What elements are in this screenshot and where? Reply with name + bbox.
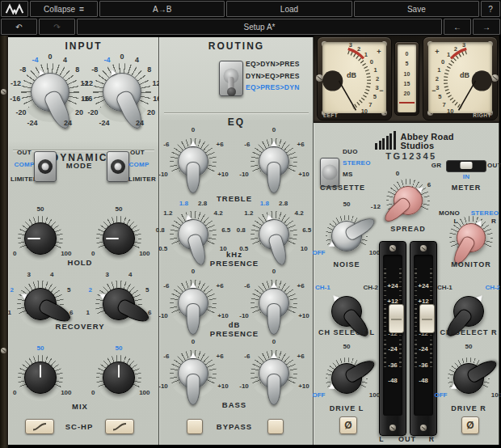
scale-label: 5 — [373, 92, 377, 99]
collapse-icon: = — [79, 5, 84, 14]
scale-label: 15 — [404, 81, 410, 87]
scale-label: 5 — [67, 286, 70, 294]
scale-label: 6 — [69, 309, 73, 316]
drive-right-knob[interactable]: OFF50100 — [435, 344, 501, 412]
scale-label: 0 — [48, 53, 52, 61]
schp-right-button[interactable] — [105, 419, 134, 434]
scale-label: 0 — [91, 389, 95, 396]
output-fader-right[interactable]: +24+120-12-24-36-48 — [410, 241, 437, 436]
monitor-l-label: L — [453, 218, 457, 225]
undo-icon: ↶ — [15, 23, 22, 32]
hold-left-knob[interactable]: 050100 — [8, 206, 73, 271]
mix-label: MIX — [72, 402, 88, 411]
scale-label: -24 — [27, 119, 37, 127]
scale-label: +10 — [217, 311, 229, 319]
scale-label: 4.2 — [214, 209, 223, 217]
scale-label: 100 — [491, 391, 501, 398]
scale-label: 7 — [443, 100, 446, 108]
scale-label: 100 — [61, 389, 71, 396]
meter-mode-slider[interactable] — [446, 160, 486, 172]
mode-limiter-label-right[interactable]: LIMITER — [128, 175, 156, 183]
bypass-right-button[interactable] — [267, 419, 284, 434]
routing-option-2[interactable]: DYN>EQ>PRES — [246, 70, 300, 82]
scale-label: 0.8 — [156, 226, 165, 234]
fader-cap-left[interactable] — [389, 304, 404, 333]
hold-label: HOLD — [68, 258, 93, 267]
waves-logo-button[interactable] — [1, 1, 28, 17]
vu-plus-label: + — [377, 48, 381, 56]
cassette-switch[interactable] — [320, 158, 339, 187]
mode-comp-label-left[interactable]: COMP — [14, 161, 34, 168]
cassette-option-duo[interactable]: DUO — [343, 146, 371, 158]
scale-label: 4 — [128, 271, 132, 278]
treble-left-knob[interactable]: -10-60+6+10 — [159, 128, 227, 196]
routing-eq-panel: ROUTING EQ>DYN>PRES DYN>EQ>PRES EQ>PRES>… — [159, 37, 314, 445]
meter-option-out[interactable]: OUT — [487, 162, 501, 169]
presence-gain-right-knob[interactable]: -10-60+6+10 — [240, 269, 308, 337]
scale-label: 2 — [376, 74, 379, 82]
next-preset-button[interactable]: → — [473, 19, 500, 35]
phase-left-button[interactable]: Ø — [339, 416, 357, 434]
scale-label: 10 — [361, 108, 368, 113]
presence-db-label: dB — [229, 320, 241, 329]
cassette-option-stereo[interactable]: STEREO — [343, 158, 371, 169]
presence-gain-left-knob[interactable]: -10-60+6+10 — [159, 269, 227, 337]
mode-out-label-left[interactable]: OUT — [17, 149, 32, 156]
mix-left-knob[interactable]: 050100 — [8, 345, 73, 410]
redo-button[interactable]: ↷ — [39, 19, 75, 35]
highpass-curve-icon — [32, 422, 48, 431]
drive-left-knob[interactable]: OFF50100 — [313, 344, 381, 412]
input-gain-right-knob[interactable]: -24-20-16-12-8-404812162024 — [82, 52, 162, 133]
prev-preset-button[interactable]: ← — [444, 19, 471, 35]
schp-left-button[interactable] — [25, 419, 54, 434]
bass-right-knob[interactable]: -10-60+6+10 — [240, 340, 308, 408]
scale-label: 10 — [404, 70, 410, 76]
scale-label: +6 — [217, 140, 224, 147]
routing-option-3[interactable]: EQ>PRES>DYN — [246, 82, 300, 94]
knob-pointer — [27, 238, 40, 240]
scale-label: 3 — [27, 271, 31, 278]
hold-right-knob[interactable]: 050100 — [86, 206, 151, 271]
mode-comp-label-right[interactable]: COMP — [128, 161, 149, 168]
ab-compare-button[interactable]: A→B — [99, 1, 225, 17]
routing-switch[interactable] — [219, 61, 243, 96]
save-button[interactable]: Save — [354, 1, 479, 17]
collapse-button[interactable]: Collapse = — [30, 1, 98, 17]
drive-left-label: DRIVE L — [330, 404, 364, 412]
bypass-left-button[interactable] — [187, 419, 203, 434]
scale-label: -24 — [388, 345, 398, 353]
spread-label: SPREAD — [390, 225, 426, 233]
brand-line1: Abbey Road — [401, 133, 454, 142]
meter-label: METER — [452, 184, 482, 192]
drive-right-label: DRIVE R — [451, 404, 486, 412]
phase-right-button[interactable]: Ø — [461, 416, 479, 434]
routing-option-1[interactable]: EQ>DYN>PRES — [246, 58, 300, 70]
scale-label: -16 — [82, 95, 92, 103]
cassette-option-ms[interactable]: MS — [343, 169, 371, 180]
setup-selector[interactable]: Setup A* — [77, 19, 442, 35]
phase-icon: Ø — [466, 420, 474, 431]
fader-track-right[interactable]: +24+120-12-24-36-48 — [414, 255, 433, 416]
scale-label: 0 — [13, 389, 16, 396]
meter-option-in[interactable]: IN — [463, 173, 470, 180]
scale-label: 0 — [370, 57, 373, 65]
scale-label: 2 — [89, 286, 92, 294]
output-fader-left[interactable]: +24+120-12-24-36-48 — [379, 241, 406, 436]
bass-left-knob[interactable]: -10-60+6+10 — [159, 340, 227, 408]
treble-right-knob[interactable]: -10-60+6+10 — [240, 128, 308, 196]
scale-label: 50 — [343, 201, 351, 208]
mode-switch-right[interactable] — [107, 151, 129, 182]
slider-handle[interactable] — [461, 162, 473, 169]
scale-label: -10 — [158, 382, 168, 389]
monitor-stereo-label[interactable]: STEREO — [471, 209, 499, 217]
monitor-mono-label[interactable]: MONO — [439, 209, 460, 217]
mix-right-knob[interactable]: 050100 — [86, 345, 151, 410]
mode-out-label-right[interactable]: OUT — [130, 149, 145, 156]
help-button[interactable]: ? — [481, 1, 500, 17]
vu-plus-label: + — [435, 48, 439, 56]
mode-switch-left[interactable] — [34, 151, 57, 182]
load-button[interactable]: Load — [226, 1, 352, 17]
ch-select-right-label: CH SELECT R — [440, 328, 497, 336]
undo-button[interactable]: ↶ — [1, 19, 37, 35]
presence-khz-label: kHz — [226, 250, 242, 259]
